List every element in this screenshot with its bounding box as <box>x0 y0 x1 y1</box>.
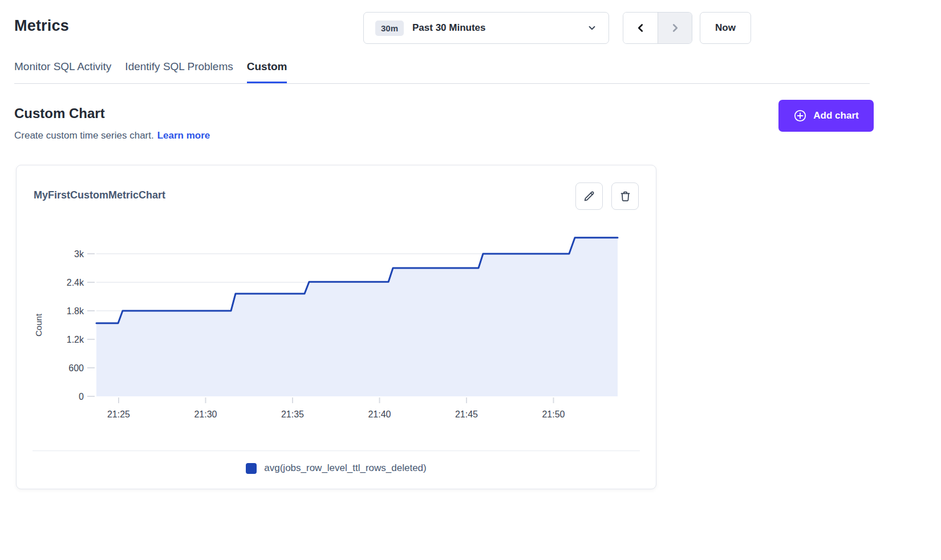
y-axis-title: Count <box>34 313 43 336</box>
x-tick-label: 21:35 <box>281 409 304 419</box>
section-text: Custom Chart Create custom time series c… <box>14 100 210 141</box>
pencil-icon <box>583 190 595 202</box>
chart-card: MyFirstCustomMetricChart 06001.2k1.8k2.4… <box>16 165 656 489</box>
tab-identify-sql-problems[interactable]: Identify SQL Problems <box>125 57 233 83</box>
chart-title: MyFirstCustomMetricChart <box>34 189 165 201</box>
chevron-down-icon <box>587 23 597 33</box>
delete-chart-button[interactable] <box>611 182 639 210</box>
section-subtitle-text: Create custom time series chart. <box>14 130 154 141</box>
x-tick-label: 21:45 <box>455 409 478 419</box>
chevron-left-icon <box>634 22 647 34</box>
y-tick-label: 1.2k <box>67 335 84 344</box>
legend-swatch <box>246 463 257 474</box>
x-tick-label: 21:40 <box>368 409 391 419</box>
section-title: Custom Chart <box>14 105 210 121</box>
chart-card-head: MyFirstCustomMetricChart <box>17 165 656 210</box>
section-subtitle: Create custom time series chart.Learn mo… <box>14 130 210 141</box>
tab-custom[interactable]: Custom <box>247 57 287 83</box>
edit-chart-button[interactable] <box>575 182 603 210</box>
trash-icon <box>619 190 631 202</box>
y-tick-label: 0 <box>79 392 84 401</box>
plus-circle-icon <box>793 109 807 123</box>
time-pager <box>623 12 692 44</box>
series-area <box>96 238 618 396</box>
chevron-right-icon <box>669 22 682 34</box>
y-tick-label: 1.8k <box>67 306 84 316</box>
chart-legend: avg(jobs_row_level_ttl_rows_deleted) <box>33 451 640 489</box>
y-tick-label: 600 <box>68 363 84 373</box>
time-range-badge: 30m <box>375 21 404 36</box>
page-title: Metrics <box>14 17 69 35</box>
tab-monitor-sql-activity[interactable]: Monitor SQL Activity <box>14 57 111 83</box>
x-tick-label: 21:25 <box>107 409 130 419</box>
time-prev-button[interactable] <box>623 13 658 43</box>
y-tick-label: 3k <box>74 249 84 259</box>
y-tick-label: 2.4k <box>67 278 84 287</box>
add-chart-button[interactable]: Add chart <box>778 100 874 132</box>
custom-metric-chart[interactable]: 06001.2k1.8k2.4k3k21:2521:3021:3521:4021… <box>17 224 657 430</box>
x-tick-label: 21:30 <box>194 409 217 419</box>
now-button[interactable]: Now <box>700 12 751 44</box>
chart-actions <box>575 182 639 210</box>
x-tick-label: 21:50 <box>542 409 565 419</box>
add-chart-label: Add chart <box>813 110 858 121</box>
time-range-select[interactable]: 30m Past 30 Minutes <box>363 12 609 44</box>
page-header: Metrics 30m Past 30 Minutes Now <box>0 0 941 57</box>
metrics-page: Metrics 30m Past 30 Minutes Now Monitor … <box>0 0 941 560</box>
metrics-tabs: Monitor SQL Activity Identify SQL Proble… <box>14 57 870 84</box>
time-next-button[interactable] <box>658 13 692 43</box>
time-range-label: Past 30 Minutes <box>412 22 486 34</box>
custom-chart-section-head: Custom Chart Create custom time series c… <box>14 100 874 141</box>
time-controls: 30m Past 30 Minutes Now <box>363 12 751 44</box>
legend-label: avg(jobs_row_level_ttl_rows_deleted) <box>264 462 426 474</box>
learn-more-link[interactable]: Learn more <box>157 130 210 141</box>
